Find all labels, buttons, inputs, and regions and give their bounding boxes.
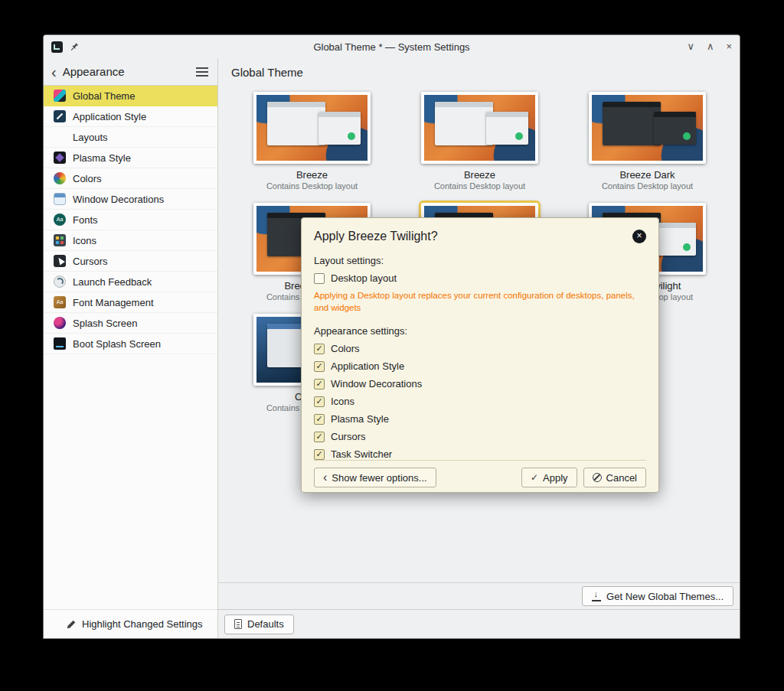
cancel-button[interactable]: Cancel — [583, 468, 646, 487]
sidebar-item-global-theme[interactable]: Global Theme — [44, 86, 217, 106]
main-footer: Defaults — [218, 609, 740, 638]
dialog-title: Apply Breeze Twilight? — [314, 230, 632, 243]
minimize-button[interactable]: ∨ — [687, 41, 694, 52]
checkbox-checked-icon[interactable] — [314, 344, 325, 354]
splash-screen-icon — [54, 317, 66, 329]
theme-subtitle: Contains Desktop layout — [589, 181, 706, 192]
sidebar-list: Global Theme Application Style Layouts P… — [44, 86, 217, 609]
sidebar-item-icons[interactable]: Icons — [44, 230, 217, 251]
show-fewer-options-button[interactable]: ‹ Show fewer options... — [314, 468, 436, 487]
option-label: Desktop layout — [331, 272, 397, 284]
download-icon — [592, 592, 601, 601]
sidebar-item-font-management[interactable]: Font Management — [44, 292, 217, 313]
show-fewer-label: Show fewer options... — [332, 472, 426, 484]
option-window-decorations[interactable]: Window Decorations — [314, 378, 646, 390]
option-label: Plasma Style — [331, 413, 389, 425]
theme-thumbnail — [589, 92, 706, 164]
theme-card-breeze-2[interactable]: Breeze Contains Desktop layout — [421, 92, 538, 192]
page-title: Global Theme — [218, 58, 740, 86]
apply-theme-dialog: Apply Breeze Twilight? × Layout settings… — [301, 217, 659, 493]
get-new-label: Get New Global Themes... — [606, 591, 724, 602]
checkbox-unchecked-icon[interactable] — [314, 273, 325, 284]
layouts-icon — [54, 131, 66, 143]
sidebar-item-boot-splash-screen[interactable]: Boot Splash Screen — [44, 334, 217, 354]
sidebar-item-label: Global Theme — [73, 90, 135, 102]
application-style-icon — [54, 110, 66, 122]
hamburger-menu-icon[interactable] — [196, 67, 208, 77]
sidebar-item-label: Plasma Style — [73, 152, 131, 164]
plasma-style-icon — [54, 152, 66, 164]
defaults-button[interactable]: Defaults — [224, 614, 294, 634]
sidebar-item-label: Window Decorations — [73, 194, 164, 205]
document-icon — [234, 619, 242, 629]
sidebar-item-splash-screen[interactable]: Splash Screen — [44, 313, 217, 334]
option-colors[interactable]: Colors — [314, 343, 646, 354]
sidebar-item-application-style[interactable]: Application Style — [44, 106, 217, 127]
desktop-layout-warning: Applying a Desktop layout replaces your … — [314, 289, 646, 314]
option-label: Cursors — [331, 431, 366, 442]
option-cursors[interactable]: Cursors — [314, 431, 646, 442]
chevron-left-icon: ‹ — [323, 472, 327, 483]
sidebar-item-label: Launch Feedback — [73, 276, 152, 288]
sidebar: ‹ Appearance Global Theme Application St… — [44, 58, 218, 638]
check-icon: ✓ — [531, 472, 538, 483]
sidebar-title: Appearance — [63, 65, 191, 78]
sidebar-item-label: Fonts — [73, 214, 98, 226]
sidebar-item-cursors[interactable]: Cursors — [44, 251, 217, 272]
checkbox-checked-icon[interactable] — [314, 432, 325, 442]
sidebar-item-label: Splash Screen — [73, 318, 138, 329]
checkbox-checked-icon[interactable] — [314, 414, 325, 425]
option-task-switcher[interactable]: Task Switcher — [314, 448, 646, 460]
theme-thumbnail — [253, 92, 371, 164]
theme-card-breeze-dark-1[interactable]: Breeze Dark Contains Desktop layout — [589, 92, 706, 192]
option-label: Application Style — [331, 360, 404, 372]
sidebar-item-label: Application Style — [73, 111, 146, 122]
cancel-label: Cancel — [606, 472, 637, 484]
option-label: Icons — [331, 396, 354, 407]
theme-card-breeze-1[interactable]: Breeze Contains Desktop layout — [253, 92, 371, 192]
maximize-button[interactable]: ∧ — [707, 41, 714, 52]
sidebar-item-fonts[interactable]: Fonts — [44, 210, 217, 230]
dialog-close-icon[interactable]: × — [632, 230, 646, 243]
font-management-icon — [54, 296, 66, 308]
sidebar-item-colors[interactable]: Colors — [44, 168, 217, 189]
sidebar-item-label: Layouts — [73, 132, 108, 143]
sidebar-item-layouts[interactable]: Layouts — [44, 127, 217, 148]
dialog-footer: ‹ Show fewer options... ✓ Apply Cancel — [314, 460, 646, 494]
sidebar-header: ‹ Appearance — [44, 58, 217, 86]
window-title: Global Theme * — System Settings — [189, 41, 594, 53]
option-icons[interactable]: Icons — [314, 396, 646, 407]
checkbox-checked-icon[interactable] — [314, 361, 325, 372]
option-plasma-style[interactable]: Plasma Style — [314, 413, 646, 425]
theme-thumbnail — [421, 92, 538, 164]
sidebar-item-label: Boot Splash Screen — [73, 338, 161, 350]
defaults-label: Defaults — [247, 618, 284, 630]
get-new-global-themes-button[interactable]: Get New Global Themes... — [582, 586, 733, 606]
theme-name: Breeze — [253, 169, 371, 181]
apply-button[interactable]: ✓ Apply — [521, 468, 577, 487]
theme-name: Breeze — [421, 169, 538, 181]
layout-settings-heading: Layout settings: — [314, 255, 646, 266]
sidebar-item-window-decorations[interactable]: Window Decorations — [44, 189, 217, 210]
sidebar-item-label: Colors — [73, 173, 102, 184]
pencil-icon — [66, 619, 77, 630]
sidebar-item-label: Cursors — [73, 256, 108, 267]
highlight-changed-settings-button[interactable]: Highlight Changed Settings — [82, 618, 203, 630]
icons-icon — [54, 234, 66, 246]
apply-label: Apply — [543, 472, 568, 484]
option-label: Task Switcher — [331, 448, 392, 460]
sidebar-item-label: Icons — [73, 235, 96, 246]
close-button[interactable]: × — [726, 41, 732, 52]
sidebar-item-launch-feedback[interactable]: Launch Feedback — [44, 272, 217, 292]
checkbox-checked-icon[interactable] — [314, 379, 325, 390]
option-application-style[interactable]: Application Style — [314, 360, 646, 372]
checkbox-checked-icon[interactable] — [314, 449, 325, 460]
system-settings-window: Global Theme * — System Settings ∨ ∧ × ‹… — [43, 34, 740, 639]
pin-icon[interactable] — [69, 41, 80, 52]
desktop-layout-option[interactable]: Desktop layout — [314, 272, 646, 284]
sidebar-item-plasma-style[interactable]: Plasma Style — [44, 148, 217, 168]
get-new-row: Get New Global Themes... — [218, 582, 740, 609]
back-icon[interactable]: ‹ — [50, 64, 58, 80]
checkbox-checked-icon[interactable] — [314, 396, 325, 407]
theme-subtitle: Contains Desktop layout — [253, 181, 371, 192]
